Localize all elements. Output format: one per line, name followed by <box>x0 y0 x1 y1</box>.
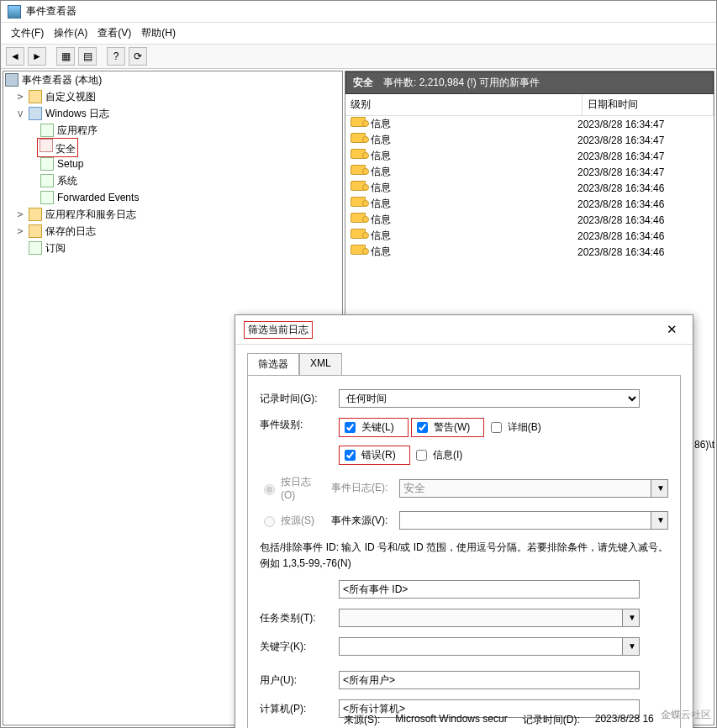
expand-icon[interactable]: v <box>15 108 25 119</box>
row-level: 信息 <box>371 245 391 257</box>
back-button[interactable]: ◄ <box>6 47 24 66</box>
col-level[interactable]: 级别 <box>345 94 583 115</box>
key-icon <box>351 213 366 223</box>
events-count: 事件数: 2,210,984 (!) 可用的新事件 <box>383 76 540 90</box>
table-row[interactable]: 信息2023/8/28 16:34:46 <box>345 244 714 260</box>
col-datetime[interactable]: 日期和时间 <box>583 94 714 115</box>
table-row[interactable]: 信息2023/8/28 16:34:46 <box>345 180 714 196</box>
row-level: 信息 <box>371 229 391 241</box>
table-row[interactable]: 信息2023/8/28 16:34:46 <box>345 212 714 228</box>
tree-forwarded[interactable]: Forwarded Events <box>57 192 139 203</box>
expand-icon[interactable]: > <box>15 225 25 237</box>
key-icon <box>351 133 366 143</box>
events-header: 安全 事件数: 2,210,984 (!) 可用的新事件 <box>345 71 714 94</box>
key-icon <box>351 197 366 207</box>
window-titlebar: 事件查看器 <box>1 1 716 23</box>
window-title: 事件查看器 <box>26 4 76 18</box>
row-level: 信息 <box>371 118 391 129</box>
toolbar-sep <box>50 47 53 66</box>
selection-highlight: 安全 <box>37 138 78 157</box>
logged-select[interactable]: 任何时间 <box>339 389 640 408</box>
event-log-label: 事件日志(E): <box>331 481 391 495</box>
level-label: 事件级别: <box>260 418 330 432</box>
event-source-combo[interactable] <box>399 511 651 530</box>
table-row[interactable]: 信息2023/8/28 16:34:46 <box>345 196 714 212</box>
row-datetime: 2023/8/28 16:34:47 <box>577 150 664 162</box>
tiles-button[interactable]: ▦ <box>56 47 75 66</box>
cb-info[interactable]: 信息(I) <box>413 447 462 463</box>
subs-icon <box>29 241 42 255</box>
tree-win-logs[interactable]: Windows 日志 <box>45 107 109 121</box>
table-row[interactable]: 信息2023/8/28 16:34:47 <box>345 132 714 148</box>
close-icon[interactable]: ✕ <box>660 320 684 339</box>
time-val: 2023/8/28 16 <box>595 713 654 727</box>
log-icon <box>40 157 54 171</box>
dropdown-icon[interactable]: ▼ <box>651 511 668 530</box>
tab-filter[interactable]: 筛选器 <box>247 353 299 375</box>
tree-app-svc[interactable]: 应用程序和服务日志 <box>45 208 136 222</box>
source-val: Microsoft Windows secur <box>395 713 507 727</box>
radio-by-log: 按日志(O) <box>260 475 323 501</box>
row-level: 信息 <box>371 214 391 225</box>
cb-error[interactable]: 错误(R) <box>341 447 396 463</box>
tree-system[interactable]: 系统 <box>57 174 77 188</box>
event-log-combo <box>399 479 651 498</box>
key-icon <box>351 149 366 159</box>
tree-root[interactable]: 事件查看器 (本地) <box>22 73 102 87</box>
logged-label: 记录时间(G): <box>260 392 330 406</box>
events-title: 安全 <box>353 76 373 90</box>
toolbar-sep <box>100 47 103 66</box>
table-row[interactable]: 信息2023/8/28 16:34:47 <box>345 116 714 132</box>
row-datetime: 2023/8/28 16:34:46 <box>577 214 664 226</box>
id-note: 包括/排除事件 ID: 输入 ID 号和/或 ID 范围，使用逗号分隔。若要排除… <box>260 540 668 572</box>
event-id-input[interactable] <box>339 580 640 599</box>
expand-icon[interactable]: > <box>15 91 25 103</box>
row-datetime: 2023/8/28 16:34:46 <box>577 230 664 242</box>
menu-view[interactable]: 查看(V) <box>94 24 134 42</box>
dropdown-icon: ▼ <box>623 609 640 627</box>
tree-application[interactable]: 应用程序 <box>57 124 98 138</box>
tree-security[interactable]: 安全 <box>55 143 76 155</box>
event-source-label: 事件来源(V): <box>331 514 391 528</box>
tree-custom-views[interactable]: 自定义视图 <box>45 90 96 104</box>
row-datetime: 2023/8/28 16:34:47 <box>577 166 664 178</box>
table-row[interactable]: 信息2023/8/28 16:34:47 <box>345 148 714 164</box>
toolbar: ◄ ► ▦ ▤ ? ⟳ <box>1 45 716 69</box>
table-row[interactable]: 信息2023/8/28 16:34:47 <box>345 164 714 180</box>
details-button[interactable]: ▤ <box>78 47 97 66</box>
security-icon <box>40 139 53 152</box>
cb-warning[interactable]: 警告(W) <box>414 419 470 435</box>
tab-xml[interactable]: XML <box>299 353 342 375</box>
menu-help[interactable]: 帮助(H) <box>138 24 179 42</box>
root-icon <box>5 73 18 87</box>
expand-icon[interactable]: > <box>15 208 25 220</box>
task-combo <box>339 609 623 627</box>
tree-setup[interactable]: Setup <box>57 158 83 170</box>
time-label: 记录时间(D): <box>523 713 580 727</box>
dropdown-icon[interactable]: ▼ <box>623 637 640 656</box>
row-datetime: 2023/8/28 16:34:47 <box>577 119 664 130</box>
detail-footer: 来源(S): Microsoft Windows secur 记录时间(D): … <box>344 713 654 727</box>
dropdown-icon: ▼ <box>651 479 668 498</box>
row-level: 信息 <box>371 198 391 209</box>
keywords-combo[interactable] <box>339 637 623 656</box>
fwd-button[interactable]: ► <box>28 47 46 66</box>
grid-header: 级别 日期和时间 <box>345 94 714 116</box>
folder-icon <box>29 107 42 120</box>
table-row[interactable]: 信息2023/8/28 16:34:46 <box>345 228 714 244</box>
menu-file[interactable]: 文件(F) <box>8 24 47 42</box>
key-icon <box>351 229 366 239</box>
cb-verbose[interactable]: 详细(B) <box>488 419 541 435</box>
tree-subs[interactable]: 订阅 <box>45 241 66 256</box>
app-icon <box>8 5 21 18</box>
key-icon <box>351 181 366 191</box>
truncated-text: 86)\t <box>694 439 714 451</box>
tree-saved[interactable]: 保存的日志 <box>45 224 96 239</box>
help-button[interactable]: ? <box>107 47 125 66</box>
cb-critical[interactable]: 关键(L) <box>341 419 394 435</box>
menu-action[interactable]: 操作(A) <box>50 24 91 42</box>
refresh-button[interactable]: ⟳ <box>129 47 147 66</box>
user-input[interactable] <box>339 671 640 689</box>
task-label: 任务类别(T): <box>260 611 330 625</box>
key-icon <box>351 245 366 255</box>
